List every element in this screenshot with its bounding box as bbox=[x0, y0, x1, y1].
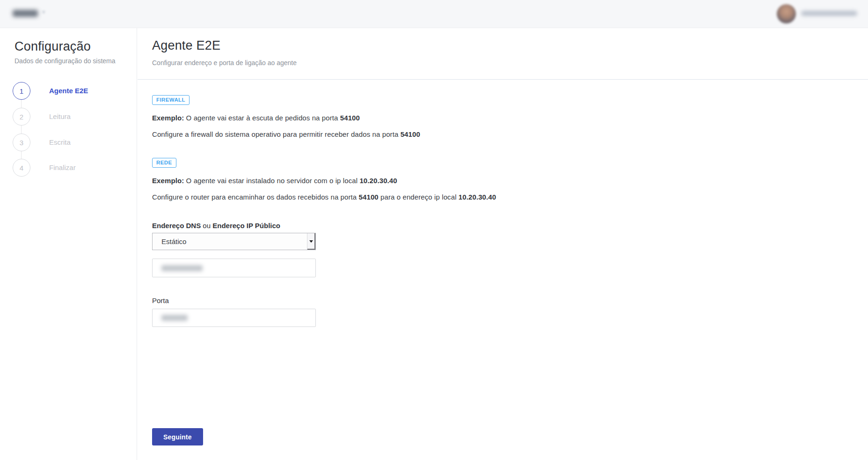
config-body-2: para o endereço ip local bbox=[379, 193, 459, 201]
step-connector-line bbox=[21, 91, 22, 168]
address-type-selected-value: Estático bbox=[161, 237, 186, 245]
sidebar-title: Configuração bbox=[15, 39, 91, 54]
chevron-down-icon: ▾ bbox=[42, 8, 45, 15]
example-body: O agente vai estar instalado no servidor… bbox=[184, 177, 359, 185]
rede-config-text: Configure o router para encaminhar os da… bbox=[152, 193, 496, 201]
step-number-circle: 1 bbox=[13, 82, 30, 100]
config-body-1: Configure o router para encaminhar os da… bbox=[152, 193, 359, 201]
example-port: 54100 bbox=[340, 114, 360, 122]
step-number-circle: 4 bbox=[13, 159, 30, 177]
step-number-circle: 3 bbox=[13, 134, 30, 151]
address-label-ou: ou bbox=[201, 222, 212, 230]
address-type-select[interactable]: Estático bbox=[152, 233, 316, 250]
example-label: Exemplo: bbox=[152, 114, 184, 122]
step-label: Escrita bbox=[49, 138, 71, 146]
step-label: Agente E2E bbox=[49, 87, 88, 95]
config-ip: 10.20.30.40 bbox=[459, 193, 496, 201]
topbar: ▾ bbox=[0, 0, 868, 28]
address-label: Endereço DNS ou Endereço IP Público bbox=[152, 222, 280, 230]
port-label-text: Porta bbox=[152, 297, 169, 304]
rede-badge: REDE bbox=[152, 158, 176, 168]
firewall-example-text: Exemplo: O agente vai estar à escuta de … bbox=[152, 114, 360, 122]
firewall-config-text: Configure a firewall do sistema operativ… bbox=[152, 130, 420, 138]
config-body: Configure a firewall do sistema operativ… bbox=[152, 130, 401, 138]
port-input[interactable] bbox=[152, 309, 316, 327]
avatar[interactable] bbox=[777, 4, 796, 23]
sidebar-subtitle: Dados de configuração do sistema bbox=[15, 57, 116, 65]
rede-example-text: Exemplo: O agente vai estar instalado no… bbox=[152, 177, 397, 185]
address-label-ip: Endereço IP Público bbox=[212, 222, 280, 230]
user-name[interactable] bbox=[801, 11, 857, 16]
step-label: Finalizar bbox=[49, 163, 76, 171]
config-port: 54100 bbox=[401, 130, 420, 138]
page-subtitle: Configurar endereço e porta de ligação a… bbox=[152, 59, 297, 67]
app-logo[interactable] bbox=[13, 10, 38, 17]
page-title: Agente E2E bbox=[152, 38, 220, 53]
port-label: Porta bbox=[152, 297, 169, 304]
page-header: Agente E2E Configurar endereço e porta d… bbox=[138, 28, 868, 80]
step-number-circle: 2 bbox=[13, 108, 30, 126]
next-button[interactable]: Seguinte bbox=[152, 428, 203, 445]
main-content: Agente E2E Configurar endereço e porta d… bbox=[138, 28, 868, 460]
example-body: O agente vai estar à escuta de pedidos n… bbox=[184, 114, 340, 122]
port-input-value-blurred bbox=[161, 315, 188, 321]
sidebar: Configuração Dados de configuração do si… bbox=[0, 28, 137, 460]
address-label-dns: Endereço DNS bbox=[152, 222, 201, 230]
example-ip: 10.20.30.40 bbox=[359, 177, 397, 185]
address-input[interactable] bbox=[152, 259, 316, 277]
address-input-value-blurred bbox=[161, 265, 203, 271]
firewall-badge: FIREWALL bbox=[152, 95, 190, 105]
config-port: 54100 bbox=[359, 193, 379, 201]
step-label: Leitura bbox=[49, 112, 71, 120]
chevron-down-icon[interactable] bbox=[307, 233, 315, 250]
example-label: Exemplo: bbox=[152, 177, 184, 185]
